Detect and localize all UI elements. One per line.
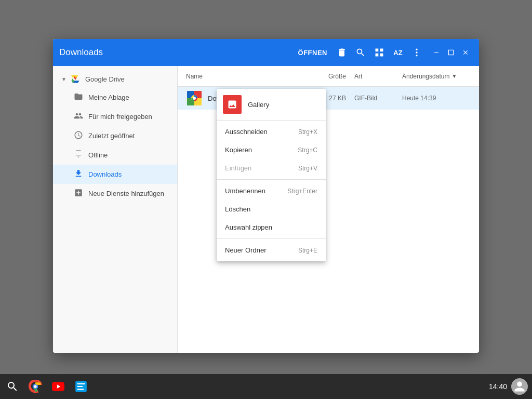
sidebar-item-label: Zuletzt geöffnet	[88, 132, 135, 140]
close-button[interactable]	[458, 45, 473, 60]
file-date: Heute 14:39	[398, 95, 471, 102]
menu-item-label: Auswahl zippen	[225, 223, 272, 231]
context-menu-ausschneiden[interactable]: Ausschneiden Strg+X	[217, 123, 326, 141]
menu-divider-2	[217, 179, 326, 180]
sidebar-item-meine-ablage[interactable]: Meine Ablage	[53, 88, 177, 107]
minimize-button[interactable]	[429, 45, 444, 60]
svg-point-8	[193, 97, 196, 100]
menu-item-shortcut: Strg+E	[298, 247, 317, 254]
user-avatar[interactable]	[511, 378, 528, 395]
maximize-button[interactable]	[444, 45, 458, 60]
sidebar-item-label: Downloads	[88, 170, 122, 178]
window-controls	[429, 45, 473, 60]
menu-item-label: Einfügen	[225, 164, 251, 172]
svg-rect-17	[77, 389, 84, 390]
folder-icon	[74, 92, 83, 103]
taskbar-time: 14:40	[489, 382, 507, 391]
clock-icon	[74, 130, 83, 141]
gallery-label: Gallery	[248, 101, 269, 109]
taskbar: 14:40	[0, 374, 532, 399]
file-area: Name Größe Art Änderungsdatum ▼	[178, 66, 479, 353]
download-icon	[74, 169, 83, 180]
menu-item-shortcut: Strg+C	[298, 147, 317, 154]
chevron-icon: ▼	[61, 76, 66, 82]
more-button[interactable]	[408, 44, 425, 61]
sidebar-item-neue-dienste[interactable]: Neue Dienste hinzufügen	[53, 184, 177, 203]
search-button[interactable]	[352, 44, 369, 61]
context-menu-umbenennen[interactable]: Umbenennen Strg+Enter	[217, 182, 326, 200]
col-name-header: Name	[186, 73, 304, 80]
menu-item-label: Umbenennen	[225, 187, 265, 195]
toolbar-actions: ÖFFNEN AZ	[294, 44, 425, 61]
taskbar-icons	[0, 376, 91, 397]
context-menu-loeschen[interactable]: Löschen	[217, 200, 326, 218]
svg-point-1	[416, 51, 417, 53]
taskbar-chrome-button[interactable]	[25, 376, 46, 397]
col-date-header[interactable]: Änderungsdatum ▼	[398, 73, 471, 80]
sidebar-item-downloads[interactable]: Downloads	[53, 165, 177, 184]
menu-item-label: Kopieren	[225, 146, 252, 154]
file-icon	[186, 90, 203, 107]
sidebar: ▼ Google Drive Meine Ablage	[53, 66, 178, 353]
sidebar-item-zuletzt[interactable]: Zuletzt geöffnet	[53, 126, 177, 145]
menu-item-shortcut: Strg+X	[298, 128, 317, 136]
menu-item-label: Ausschneiden	[225, 128, 268, 136]
col-type-header: Art	[346, 73, 398, 80]
open-button[interactable]: ÖFFNEN	[294, 44, 331, 61]
taskbar-files-button[interactable]	[71, 376, 91, 397]
sidebar-item-freigegeben[interactable]: Für mich freigegeben	[53, 107, 177, 126]
google-drive-section: ▼ Google Drive Meine Ablage	[53, 70, 177, 203]
context-menu: Gallery Ausschneiden Strg+X Kopieren Str…	[217, 89, 326, 261]
menu-divider-3	[217, 238, 326, 239]
sidebar-item-label: Meine Ablage	[88, 94, 129, 101]
file-manager-window: Downloads ÖFFNEN AZ	[53, 39, 479, 353]
context-menu-einfuegen: Einfügen Strg+V	[217, 159, 326, 177]
google-drive-label: Google Drive	[85, 75, 125, 83]
svg-rect-15	[77, 383, 85, 384]
files-icon	[74, 380, 88, 393]
menu-item-label: Löschen	[225, 205, 250, 213]
taskbar-search-button[interactable]	[2, 376, 23, 397]
search-icon	[6, 380, 19, 393]
sort-indicator: ▼	[451, 73, 457, 79]
menu-item-shortcut: Strg+Enter	[287, 188, 317, 195]
google-drive-header[interactable]: ▼ Google Drive	[53, 70, 177, 88]
sidebar-item-label: Offline	[88, 151, 108, 159]
menu-item-label: Neuer Ordner	[225, 246, 266, 254]
delete-button[interactable]	[334, 44, 350, 61]
menu-divider	[217, 120, 326, 121]
sort-button[interactable]: AZ	[390, 44, 406, 61]
grid-view-button[interactable]	[371, 44, 388, 61]
svg-point-11	[34, 385, 36, 388]
youtube-icon	[51, 380, 65, 393]
sidebar-item-label: Für mich freigegeben	[88, 113, 152, 121]
google-drive-icon	[71, 74, 80, 84]
main-content: ▼ Google Drive Meine Ablage	[53, 66, 479, 353]
context-menu-zippen[interactable]: Auswahl zippen	[217, 218, 326, 236]
people-icon	[74, 111, 83, 122]
svg-point-2	[416, 55, 417, 56]
column-headers: Name Größe Art Änderungsdatum ▼	[178, 66, 479, 87]
chrome-icon	[29, 380, 42, 393]
titlebar: Downloads ÖFFNEN AZ	[53, 39, 479, 66]
sort-label: AZ	[393, 49, 402, 57]
sidebar-item-label: Neue Dienste hinzufügen	[88, 190, 164, 197]
col-size-header: Größe	[304, 73, 346, 80]
menu-item-shortcut: Strg+V	[298, 165, 317, 172]
gallery-icon	[223, 95, 242, 114]
taskbar-youtube-button[interactable]	[48, 376, 69, 397]
svg-point-0	[416, 49, 417, 50]
add-icon	[74, 188, 83, 199]
taskbar-right: 14:40	[489, 378, 532, 395]
svg-rect-16	[77, 386, 83, 387]
file-type: GIF-Bild	[346, 95, 398, 102]
sidebar-item-offline[interactable]: Offline	[53, 145, 177, 165]
pin-icon	[74, 150, 83, 161]
window-title: Downloads	[59, 47, 294, 58]
context-menu-kopieren[interactable]: Kopieren Strg+C	[217, 141, 326, 159]
context-menu-gallery[interactable]: Gallery	[217, 91, 326, 118]
gif-file-icon	[186, 90, 203, 107]
context-menu-neuer-ordner[interactable]: Neuer Ordner Strg+E	[217, 241, 326, 259]
